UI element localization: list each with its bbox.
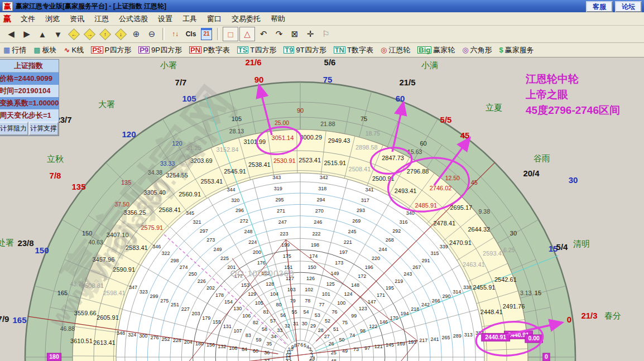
view-icon-T四方形: TS [237, 46, 249, 54]
wheel-label: 6 [300, 342, 303, 348]
view-icon-赢家轮: Big [417, 46, 431, 54]
wheel-label: 2553.41 [200, 178, 223, 185]
wheel-label: 180 [49, 353, 59, 360]
wheel-label: 346 [152, 244, 161, 249]
view-button-T四方形[interactable]: TST四方形 [237, 45, 277, 55]
menu-item-资讯[interactable]: 资讯 [65, 13, 89, 25]
tool-⚐-button[interactable]: ⚐ [319, 27, 333, 41]
view-button-T数字表[interactable]: TNT数字表 [334, 45, 373, 55]
wheel-label: 33 [277, 328, 282, 333]
wheel-label: 251 [171, 302, 179, 307]
view-button-P四方形[interactable]: PSP四方形 [91, 45, 131, 55]
wheel-label: 0.00 [528, 335, 540, 341]
wheel-label: 298 [170, 258, 179, 263]
wheel-label: 52 [325, 318, 330, 324]
wheel-label: 97 [364, 345, 370, 351]
menu-item-公式选股[interactable]: 公式选股 [114, 13, 153, 25]
tool-↷-button[interactable]: ↷ [272, 27, 286, 41]
wheel-label: 299 [150, 293, 158, 299]
tool-✛-button[interactable]: ✛ [303, 27, 318, 41]
tool-↑-button[interactable]: ↑ [98, 27, 112, 41]
tool-□-button[interactable]: □ [223, 27, 238, 41]
view-button-P数字表[interactable]: PNP数字表 [189, 45, 230, 55]
date-label: 20/4 [523, 169, 540, 178]
view-button-赢家服务[interactable]: $赢家服务 [499, 45, 534, 55]
tool-⊠-button[interactable]: ⊠ [287, 27, 302, 41]
tool-↑↓-button[interactable]: ↑↓ [168, 27, 182, 41]
date-label: 5/4 [556, 242, 569, 252]
app-logo-icon: 赢 [2, 2, 13, 11]
view-button-9P四方形[interactable]: P99P四方形 [138, 45, 182, 55]
view-button-江恩轮[interactable]: ◎江恩轮 [381, 45, 410, 55]
view-button-赢家轮[interactable]: Big赢家轮 [417, 45, 455, 55]
wheel-label: 322 [161, 251, 170, 256]
view-button-K线[interactable]: ∿K线 [64, 45, 84, 55]
tool-⊕-button[interactable]: ⊕ [129, 27, 143, 41]
tool-↶-button[interactable]: ↶ [256, 27, 271, 41]
date-label: 7/7 [175, 78, 187, 87]
menu-item-浏览[interactable]: 浏览 [40, 13, 65, 25]
tool-◀-button[interactable]: ◀ [4, 27, 18, 41]
window-title: 赢家江恩专业版[赢家服务平台] - [上证指数 江恩轮] [16, 2, 584, 11]
tool-→-button[interactable]: → [82, 27, 97, 41]
tool-21-button[interactable]: 21 [199, 27, 214, 41]
wheel-label: 242 [421, 302, 430, 307]
wheel-label: 271 [277, 208, 285, 214]
menu-item-文件[interactable]: 文件 [16, 13, 40, 25]
menu-item-设置[interactable]: 设置 [153, 13, 177, 25]
wheel-label: 28 [318, 328, 324, 333]
menu-logo-icon: 赢 [3, 14, 11, 24]
diamond-arrow-icon: ↓ [114, 28, 126, 40]
tool-↓-button[interactable]: ↓ [113, 27, 128, 41]
menu-item-江恩[interactable]: 江恩 [89, 13, 114, 25]
wheel-label: 175 [283, 253, 291, 259]
wheel-label: 297 [200, 228, 208, 234]
wheel-label: 25.00 [275, 119, 289, 126]
tool-△-button[interactable]: △ [239, 27, 255, 41]
view-button-9T四方形[interactable]: T99T四方形 [283, 45, 326, 55]
wheel-label: 2440.91 [485, 334, 506, 340]
wheel-label: 243 [403, 271, 412, 277]
date-label: 7/8 [50, 171, 61, 180]
wheel-label: 2448.41 [480, 309, 503, 315]
wheel-label: 274 [180, 264, 188, 270]
view-label: 9P四方形 [151, 45, 182, 55]
tool-←-button[interactable]: ← [66, 27, 81, 41]
tool-▲-button[interactable]: ▲ [35, 27, 50, 41]
wheel-label: 219 [395, 278, 403, 284]
wheel-label: 176 [257, 260, 266, 266]
diamond-arrow-icon: → [83, 28, 95, 40]
wheel-label: 98 [360, 328, 366, 334]
menu-item-工具[interactable]: 工具 [177, 13, 202, 25]
wheel-label: 53 [315, 312, 320, 318]
wheel-label: 314 [453, 289, 461, 295]
wheel-label: 106 [242, 313, 251, 319]
view-button-六角形[interactable]: ◎六角形 [462, 45, 492, 55]
menu-item-交易委托[interactable]: 交易委托 [227, 13, 266, 25]
quote-row: 周天变化步长=1 [0, 109, 59, 122]
wheel-label: 2538.41 [248, 161, 271, 168]
titlebar-button-论坛[interactable]: 论坛 [615, 1, 642, 12]
tool-▼-button[interactable]: ▼ [51, 27, 65, 41]
tool-⊖-button[interactable]: ⊖ [145, 27, 159, 41]
wheel-label: 173 [335, 260, 343, 266]
wheel-label: 30 [510, 230, 517, 237]
wheel-label: 202 [206, 285, 215, 291]
panel-button-计算支撑[interactable]: 计算支撑 [28, 122, 59, 136]
tool-Cls-button[interactable]: Cls [184, 27, 198, 41]
menu-item-窗口[interactable]: 窗口 [202, 13, 227, 25]
titlebar-button-客服[interactable]: 客服 [586, 1, 613, 12]
wheel-label: 25 [331, 350, 337, 355]
wheel-label: 270 [315, 208, 324, 214]
wheel-label: 26 [329, 341, 334, 346]
menu-item-帮助[interactable]: 帮助 [266, 13, 290, 25]
view-button-行情[interactable]: ▦行情 [3, 45, 26, 55]
wheel-label: 21.88 [320, 121, 335, 127]
wheel-label: 317 [361, 198, 369, 203]
tool-▶-button[interactable]: ▶ [20, 27, 34, 41]
toolbar-views: ▦行情▩板块∿K线PSP四方形P99P四方形PNP数字表TST四方形T99T四方… [0, 43, 644, 57]
panel-button-计算阻力[interactable]: 计算阻力 [0, 122, 28, 136]
solar-term-label: 处署 [0, 238, 14, 247]
view-button-板块[interactable]: ▩板块 [33, 45, 56, 55]
wheel-label: 316 [399, 219, 407, 225]
